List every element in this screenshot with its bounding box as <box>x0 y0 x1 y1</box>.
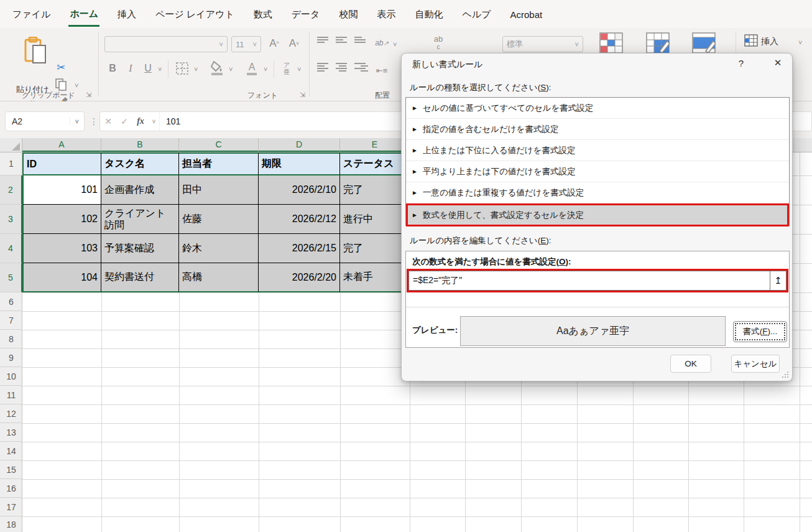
cell-C3[interactable]: 佐藤 <box>179 205 259 234</box>
font-dialog-launcher[interactable]: ⇲ <box>300 91 305 99</box>
cell-A4[interactable]: 103 <box>22 234 101 263</box>
font-name-combo[interactable]: ˅ <box>104 36 228 52</box>
font-color-button[interactable]: A <box>244 59 260 78</box>
chevron-down-icon[interactable]: ˅ <box>219 40 223 48</box>
cell-E3[interactable]: 進行中 <box>340 205 410 234</box>
row-header-18[interactable]: 18 <box>0 516 22 532</box>
ok-button[interactable]: OK <box>670 355 711 373</box>
cell-D3[interactable]: 2026/2/12 <box>259 205 340 234</box>
row-header-15[interactable]: 15 <box>0 460 22 479</box>
rule-item-unique-duplicate[interactable]: ►一意の値または重複する値だけを書式設定 <box>406 182 789 203</box>
cell-E2[interactable]: 完了 <box>340 175 410 205</box>
cancel-button[interactable]: キャンセル <box>731 355 780 373</box>
cell-C4[interactable]: 鈴木 <box>179 234 259 263</box>
row-header-8[interactable]: 8 <box>0 330 22 348</box>
grow-font-button[interactable]: A^ <box>266 35 282 52</box>
cell-B3[interactable]: クライアント訪問 <box>101 205 179 234</box>
orientation-button[interactable]: ab↗ <box>373 35 390 50</box>
phonetic-guide-button[interactable]: ア亜 <box>279 59 295 78</box>
cell-D5[interactable]: 2026/2/20 <box>259 263 340 292</box>
fill-color-dropdown-icon[interactable]: ˅ <box>229 65 233 73</box>
align-center-button[interactable] <box>336 62 349 77</box>
cell-C1[interactable]: 担当者 <box>179 152 259 175</box>
tab-view[interactable]: 表示 <box>376 2 397 26</box>
enter-entry-icon[interactable]: ✓ <box>116 116 132 126</box>
row-header-13[interactable]: 13 <box>0 423 22 442</box>
insert-label[interactable]: 挿入 <box>761 36 778 47</box>
decrease-indent-button[interactable]: ⇤≡ <box>373 64 390 77</box>
cell-E1[interactable]: ステータス <box>340 152 410 175</box>
cell-B4[interactable]: 予算案確認 <box>101 234 179 263</box>
clipboard-dialog-launcher[interactable]: ⇲ <box>86 91 91 99</box>
align-middle-button[interactable] <box>336 35 349 50</box>
cell-styles-button[interactable] <box>691 32 716 54</box>
italic-button[interactable]: I <box>124 60 137 77</box>
collapse-dialog-button[interactable]: ↥ <box>770 271 787 291</box>
cell-B2[interactable]: 企画書作成 <box>101 175 179 205</box>
insert-function-icon[interactable]: fx <box>132 116 149 126</box>
cancel-entry-icon[interactable]: ✕ <box>100 116 116 126</box>
format-button[interactable]: 書式(F)... <box>733 321 787 342</box>
tab-review[interactable]: 校閲 <box>338 2 359 26</box>
column-header-c[interactable]: C <box>179 138 259 152</box>
dialog-resize-grip[interactable] <box>781 370 788 378</box>
cell-A3[interactable]: 102 <box>22 205 101 234</box>
row-header-12[interactable]: 12 <box>0 404 22 423</box>
underline-button[interactable]: U <box>142 60 154 77</box>
column-header-e[interactable]: E <box>340 138 410 152</box>
cell-B1[interactable]: タスク名 <box>101 152 179 175</box>
row-header-5[interactable]: 5 <box>0 263 22 292</box>
insert-dropdown-icon[interactable]: ˅ <box>798 39 802 46</box>
underline-dropdown-icon[interactable]: ˅ <box>158 65 162 73</box>
bold-button[interactable]: B <box>106 60 119 77</box>
rule-item-cell-values[interactable]: ►セルの値に基づいてすべてのセルを書式設定 <box>406 98 789 119</box>
chevron-down-icon[interactable]: ˅ <box>575 40 579 48</box>
cell-C5[interactable]: 高橋 <box>179 263 259 292</box>
cell-C2[interactable]: 田中 <box>179 175 259 205</box>
copy-button[interactable] <box>53 78 68 91</box>
close-icon[interactable]: ✕ <box>770 57 786 68</box>
cell-E5[interactable]: 未着手 <box>340 263 410 292</box>
row-header-17[interactable]: 17 <box>0 498 22 516</box>
cell-E4[interactable]: 完了 <box>340 234 410 263</box>
rule-item-top-bottom[interactable]: ►上位または下位に入る値だけを書式設定 <box>406 140 789 161</box>
align-left-button[interactable] <box>317 62 331 77</box>
conditional-formatting-button[interactable] <box>599 32 624 54</box>
cut-button[interactable]: ✂ <box>53 60 68 74</box>
align-top-button[interactable] <box>317 35 331 50</box>
phonetic-dropdown-icon[interactable]: ˅ <box>297 65 301 73</box>
formula-bar-chevron-icon[interactable]: ˅ <box>149 112 160 131</box>
column-header-b[interactable]: B <box>101 138 179 152</box>
tab-page-layout[interactable]: ページ レイアウト <box>154 2 236 26</box>
tab-home[interactable]: ホーム <box>68 2 99 27</box>
paste-button[interactable] <box>19 32 52 69</box>
row-header-10[interactable]: 10 <box>0 367 22 386</box>
row-header-16[interactable]: 16 <box>0 479 22 498</box>
align-right-button[interactable] <box>354 62 368 77</box>
rule-item-above-below-average[interactable]: ►平均より上または下の値だけを書式設定 <box>406 161 789 182</box>
tab-acrobat[interactable]: Acrobat <box>509 3 544 25</box>
tab-insert[interactable]: 挿入 <box>116 2 137 26</box>
tab-help[interactable]: ヘルプ <box>461 2 492 26</box>
row-header-4[interactable]: 4 <box>0 234 22 263</box>
row-header-2[interactable]: 2 <box>0 175 22 205</box>
borders-dropdown-icon[interactable]: ˅ <box>194 65 198 73</box>
row-header-11[interactable]: 11 <box>0 386 22 404</box>
row-header-1[interactable]: 1 <box>0 152 22 175</box>
wrap-text-button[interactable]: abc <box>429 34 448 52</box>
cell-A5[interactable]: 104 <box>22 263 101 292</box>
row-header-6[interactable]: 6 <box>0 292 22 311</box>
tab-automate[interactable]: 自動化 <box>413 2 444 26</box>
column-header-a[interactable]: A <box>22 138 101 152</box>
tab-formulas[interactable]: 数式 <box>252 2 274 26</box>
rule-item-contains-value[interactable]: ►指定の値を含むセルだけを書式設定 <box>406 119 789 140</box>
shrink-font-button[interactable]: A˅ <box>286 35 302 52</box>
orientation-dropdown-icon[interactable]: ˅ <box>393 40 397 48</box>
cell-D2[interactable]: 2026/2/10 <box>259 175 340 205</box>
rule-item-use-formula[interactable]: ►数式を使用して、書式設定するセルを決定 <box>406 203 789 226</box>
column-header-d[interactable]: D <box>259 138 340 152</box>
cell-A2[interactable]: 101 <box>22 175 101 205</box>
tab-data[interactable]: データ <box>290 2 321 26</box>
cell-A1[interactable]: ID <box>22 152 101 175</box>
cell-D4[interactable]: 2026/2/15 <box>259 234 340 263</box>
